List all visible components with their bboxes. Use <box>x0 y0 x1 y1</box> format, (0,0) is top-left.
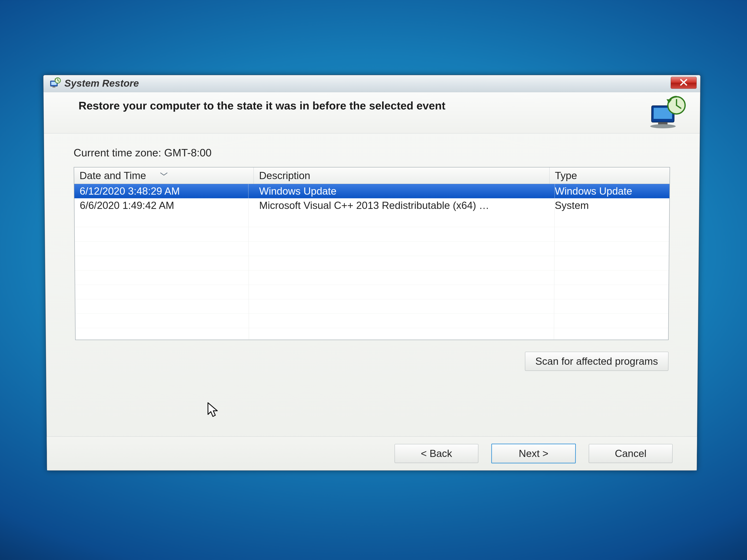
list-body: 6/12/2020 3:48:29 AM Windows Update Wind… <box>74 184 670 339</box>
scan-button-label: Scan for affected programs <box>535 355 658 367</box>
column-header-type-label: Type <box>555 170 577 182</box>
svg-rect-2 <box>52 86 55 87</box>
column-header-date-label: Date and Time <box>79 170 146 182</box>
system-restore-wizard-icon <box>648 96 688 129</box>
restore-point-date: 6/6/2020 1:49:42 AM <box>74 198 254 213</box>
mouse-cursor-icon <box>206 402 221 418</box>
column-header-type[interactable]: Type <box>549 167 670 184</box>
column-header-description[interactable]: Description <box>254 167 549 184</box>
sort-descending-icon <box>159 167 169 179</box>
column-header-date[interactable]: Date and Time <box>74 167 254 184</box>
titlebar[interactable]: System Restore <box>44 75 700 92</box>
restore-points-list[interactable]: Date and Time Description Type 6/12/2020… <box>74 167 670 340</box>
wizard-header: Restore your computer to the state it wa… <box>44 92 700 133</box>
system-restore-window: System Restore Restore your computer to … <box>43 75 701 471</box>
restore-point-row[interactable]: 6/12/2020 3:48:29 AM Windows Update Wind… <box>74 184 670 198</box>
svg-point-7 <box>650 124 676 128</box>
grid-lines-decoration <box>75 213 669 340</box>
back-button[interactable]: < Back <box>394 444 478 463</box>
list-header: Date and Time Description Type <box>74 167 670 184</box>
page-heading: Restore your computer to the state it wa… <box>78 99 445 112</box>
cancel-button-label: Cancel <box>615 448 646 459</box>
wizard-body: Current time zone: GMT-8:00 Date and Tim… <box>44 133 700 376</box>
column-header-description-label: Description <box>259 170 310 182</box>
restore-point-type: System <box>549 198 669 213</box>
restore-point-description: Microsoft Visual C++ 2013 Redistributabl… <box>254 198 549 213</box>
system-restore-icon <box>50 77 61 89</box>
cancel-button[interactable]: Cancel <box>589 444 672 463</box>
next-button-label: Next > <box>519 448 548 459</box>
timezone-label: Current time zone: GMT-8:00 <box>74 146 670 159</box>
restore-point-type: Windows Update <box>549 184 669 198</box>
scan-affected-programs-button[interactable]: Scan for affected programs <box>525 352 669 371</box>
window-title: System Restore <box>64 78 139 89</box>
restore-point-date: 6/12/2020 3:48:29 AM <box>74 184 254 198</box>
wizard-footer: < Back Next > Cancel <box>47 436 697 470</box>
restore-point-description: Windows Update <box>254 184 549 198</box>
back-button-label: < Back <box>421 448 452 459</box>
next-button[interactable]: Next > <box>491 444 576 463</box>
close-button[interactable] <box>671 77 697 89</box>
restore-point-row[interactable]: 6/6/2020 1:49:42 AM Microsoft Visual C++… <box>74 198 669 213</box>
